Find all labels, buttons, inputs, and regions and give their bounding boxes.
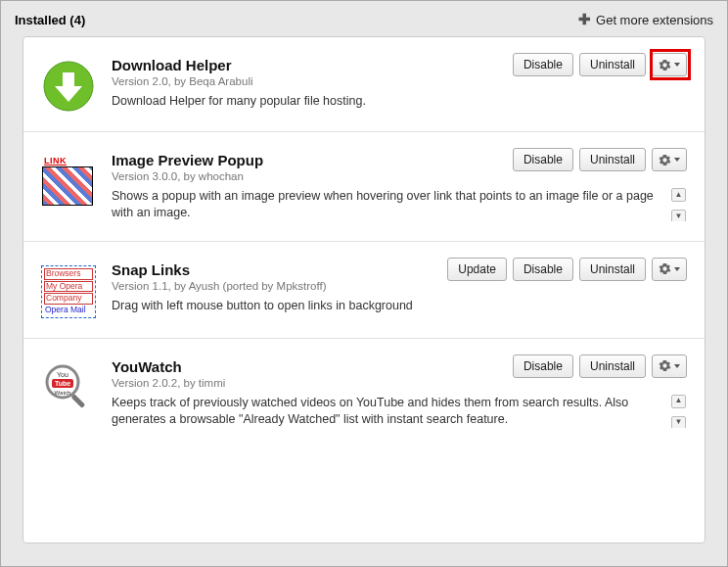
svg-text:You: You	[57, 371, 68, 378]
description-scrollbar[interactable]: ▲ ▼	[671, 395, 687, 428]
uninstall-button[interactable]: Uninstall	[579, 53, 646, 76]
extension-description: Shows a popup with an image preview when…	[112, 188, 687, 221]
extensions-panel: Download Helper Version 2.0, by Beqa Ara…	[23, 36, 705, 543]
chevron-down-icon	[674, 267, 680, 271]
thumbnail-icon	[42, 166, 93, 206]
extension-actions: Disable Uninstall	[513, 354, 687, 378]
update-button[interactable]: Update	[447, 258, 507, 281]
get-more-label: Get more extensions	[596, 13, 713, 27]
page-header: Installed (4) ✚ Get more extensions	[1, 1, 727, 36]
uninstall-button[interactable]: Uninstall	[579, 258, 646, 281]
description-scrollbar[interactable]: ▲ ▼	[671, 188, 687, 221]
extension-description: Drag with left mouse button to open link…	[112, 298, 687, 314]
gear-icon	[659, 359, 671, 372]
uninstall-button[interactable]: Uninstall	[579, 148, 646, 171]
extension-icon: LINK	[39, 156, 98, 221]
extension-actions: Update Disable Uninstall	[447, 258, 687, 281]
get-more-extensions-link[interactable]: ✚ Get more extensions	[578, 11, 713, 28]
extension-row-youwatch: You Tube Watch YouWatch Version 2.0.2, b…	[23, 339, 705, 448]
extension-row-image-preview: LINK Image Preview Popup Version 3.0.0, …	[23, 132, 705, 242]
extension-actions: Disable Uninstall	[513, 53, 687, 76]
plus-icon: ✚	[578, 11, 591, 28]
svg-text:Tube: Tube	[55, 380, 70, 387]
uninstall-button[interactable]: Uninstall	[579, 354, 646, 378]
extension-meta: Version 2.0, by Beqa Arabuli	[112, 75, 687, 87]
disable-button[interactable]: Disable	[513, 53, 573, 76]
extension-row-download-helper: Download Helper Version 2.0, by Beqa Ara…	[23, 37, 705, 132]
disable-button[interactable]: Disable	[513, 148, 573, 171]
chevron-down-icon	[674, 364, 680, 368]
scroll-up-icon[interactable]: ▲	[671, 188, 686, 202]
extension-meta: Version 1.1, by Ayush (ported by Mpkstro…	[112, 280, 687, 292]
settings-button[interactable]	[652, 53, 687, 76]
installed-title: Installed (4)	[15, 13, 85, 27]
chevron-down-icon	[674, 63, 680, 67]
extension-meta: Version 3.0.0, by whochan	[112, 170, 687, 182]
link-badge: LINK	[44, 156, 67, 165]
extension-description: Download Helper for many popular file ho…	[112, 93, 687, 110]
svg-text:Watch: Watch	[55, 390, 71, 396]
extension-description: Keeps track of previously watched videos…	[112, 395, 687, 428]
scroll-down-icon[interactable]: ▼	[671, 416, 686, 428]
svg-rect-7	[70, 394, 85, 408]
scroll-up-icon[interactable]: ▲	[671, 395, 686, 408]
download-arrow-icon	[43, 61, 94, 112]
extension-icon: Browsers My Opera Company Opera Mail	[39, 265, 98, 318]
disable-button[interactable]: Disable	[513, 258, 573, 281]
extension-actions: Disable Uninstall	[513, 148, 687, 171]
settings-button[interactable]	[652, 148, 687, 171]
image-preview-icon: LINK	[42, 156, 95, 206]
scroll-down-icon[interactable]: ▼	[671, 210, 686, 221]
youwatch-icon: You Tube Watch	[43, 362, 94, 413]
settings-button[interactable]	[652, 258, 687, 281]
extension-icon: You Tube Watch	[39, 362, 98, 428]
extension-meta: Version 2.0.2, by timmi	[112, 377, 687, 389]
extension-row-snap-links: Browsers My Opera Company Opera Mail Sna…	[23, 242, 705, 339]
gear-icon	[659, 59, 671, 71]
gear-icon	[659, 262, 671, 275]
gear-icon	[659, 154, 671, 166]
snap-links-icon: Browsers My Opera Company Opera Mail	[41, 265, 96, 318]
extension-icon	[39, 61, 98, 112]
chevron-down-icon	[674, 158, 680, 162]
settings-button[interactable]	[652, 354, 687, 378]
disable-button[interactable]: Disable	[513, 354, 573, 378]
